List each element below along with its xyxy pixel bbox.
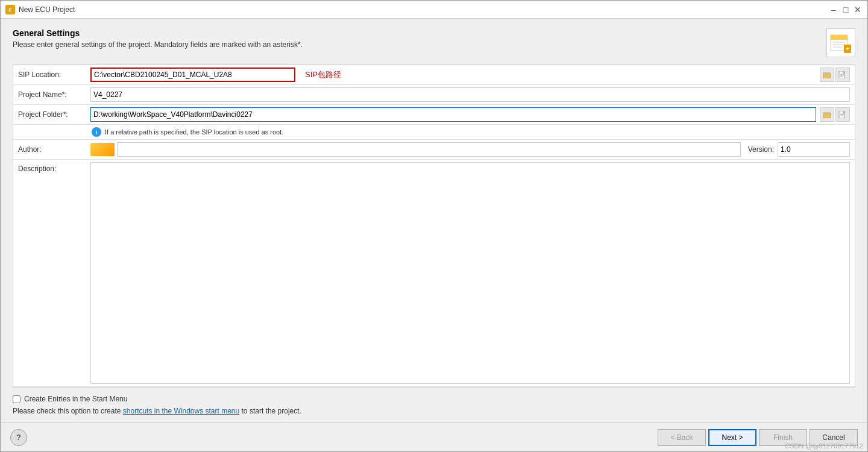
window-controls[interactable]: – □ ✕ [829,5,863,14]
sip-row-icons [819,67,850,82]
author-row: Author: Version: [13,140,855,160]
maximize-button[interactable]: □ [841,5,851,14]
svg-rect-3 [831,35,848,40]
author-label: Author: [18,145,90,154]
project-folder-input[interactable] [90,107,816,122]
form-area: SIP Location: SIP包路径 [13,64,855,388]
sip-hint: SIP包路径 [305,69,341,80]
next-button[interactable]: Next > [708,429,756,446]
minimize-button[interactable]: – [829,5,838,14]
svg-text:+: + [846,46,849,52]
sip-input-container: SIP包路径 [90,67,816,82]
version-input[interactable] [778,142,850,157]
header-icon: + [826,28,855,57]
page-subtitle: Please enter general settings of the pro… [13,40,303,49]
start-menu-checkbox[interactable] [13,395,20,403]
description-container [90,162,850,384]
close-button[interactable]: ✕ [853,5,863,14]
info-bottom: Please check this option to create short… [13,407,855,415]
svg-rect-10 [823,73,826,75]
svg-rect-16 [823,113,826,115]
project-folder-row: Project Folder*: [13,105,855,125]
shortcuts-link[interactable]: shortcuts in the Windows start menu [123,407,239,415]
back-button[interactable]: < Back [658,429,706,446]
bottom-section: Create Entries in the Start Menu Please … [1,388,867,422]
info-icon: i [92,127,101,137]
description-textarea[interactable] [90,162,850,384]
watermark: CSDN @tjy912709177912 [785,442,863,450]
folder-browse-file-button[interactable] [835,107,850,122]
checkbox-row: Create Entries in the Start Menu [13,395,855,403]
description-row: Description: [13,160,855,387]
project-folder-container [90,107,816,122]
folder-row-icons [819,107,850,122]
folder-browse-button[interactable] [820,107,834,122]
header-section: General Settings Please enter general se… [13,28,855,57]
project-name-row: Project Name*: [13,85,855,105]
svg-text:E: E [8,7,12,13]
sip-location-label: SIP Location: [18,71,90,79]
page-title: General Settings [13,28,303,38]
title-bar: E New ECU Project – □ ✕ [1,1,867,19]
project-name-label: Project Name*: [18,90,90,99]
author-input[interactable] [117,142,741,157]
content-area: General Settings Please enter general se… [1,19,867,388]
description-label: Description: [18,162,90,173]
author-avatar [90,143,115,156]
info-row: i If a relative path is specified, the S… [13,125,855,140]
footer: ? < Back Next > Finish Cancel [1,422,867,451]
help-button[interactable]: ? [10,429,27,446]
project-name-input[interactable] [90,87,850,102]
sip-location-row: SIP Location: SIP包路径 [13,65,855,85]
project-folder-label: Project Folder*: [18,110,90,119]
info-text: If a relative path is specified, the SIP… [105,128,283,136]
info-bottom-after: to start the project. [239,407,301,415]
sip-browse-file-button[interactable] [835,67,850,82]
info-bottom-before: Please check this option to create [13,407,123,415]
checkbox-label[interactable]: Create Entries in the Start Menu [24,395,127,403]
window-title: New ECU Project [19,5,829,14]
app-icon: E [5,5,15,14]
sip-location-input[interactable] [90,67,295,82]
header-left: General Settings Please enter general se… [13,28,303,49]
version-label: Version: [748,145,774,154]
sip-browse-folder-button[interactable] [820,67,834,82]
